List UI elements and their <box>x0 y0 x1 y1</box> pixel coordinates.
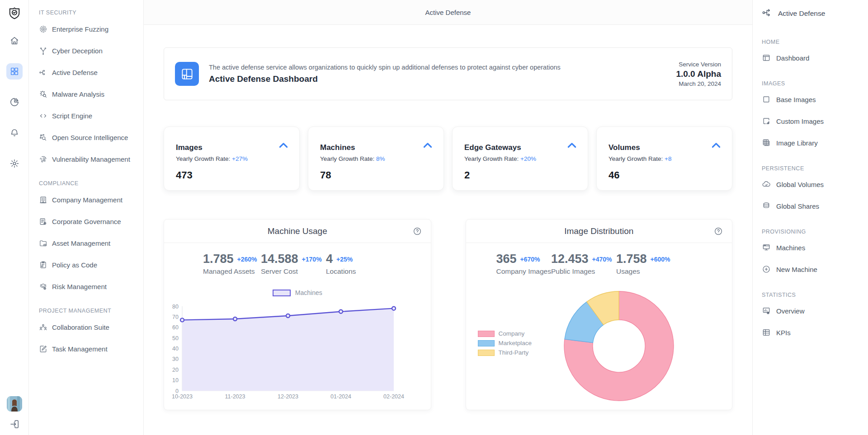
building-icon <box>39 196 47 204</box>
stat-card-edge-gateways[interactable]: Edge GatewaysYearly Growth Rate: +20%2 <box>452 126 588 191</box>
code-icon <box>39 112 47 120</box>
bug-icon <box>39 90 47 98</box>
sidebar-item-active-defense[interactable]: Active Defense <box>29 61 143 83</box>
logout-button[interactable] <box>9 419 20 430</box>
rightbar-item-custom-images[interactable]: Custom Images <box>762 110 868 132</box>
svg-text:11-2023: 11-2023 <box>225 393 245 400</box>
rail-item-home[interactable] <box>6 33 23 49</box>
gear-icon <box>9 159 19 168</box>
rightbar-item-kpis[interactable]: KPIs <box>762 322 868 343</box>
chart-stat-company-images: 365+670%Company Images <box>496 252 551 276</box>
help-icon[interactable] <box>714 227 723 238</box>
sidebar-item-collaboration-suite[interactable]: Collaboration Suite <box>29 316 143 338</box>
square-icon <box>762 95 771 104</box>
stat-card-volumes[interactable]: VolumesYearly Growth Rate: +846 <box>596 126 732 191</box>
sidebar-item-vulnerability-management[interactable]: Vulnerability Management <box>29 148 143 170</box>
rightbar-item-global-volumes[interactable]: Global Volumes <box>762 173 868 195</box>
branch-icon <box>39 47 47 55</box>
user-avatar[interactable] <box>7 396 22 412</box>
sidebar-item-company-management[interactable]: Company Management <box>29 189 143 210</box>
target-icon <box>39 25 47 33</box>
avatar-photo <box>7 396 22 412</box>
sidebar-item-cyber-deception[interactable]: Cyber Deception <box>29 40 143 61</box>
rail-item-bell[interactable] <box>6 125 23 141</box>
rightbar-item-dashboard[interactable]: Dashboard <box>762 47 868 69</box>
stat-value: 2 <box>464 169 577 181</box>
chart-stat-growth: +170% <box>302 256 322 263</box>
rail-item-apps[interactable] <box>6 63 23 80</box>
rightbar-item-global-shares[interactable]: Global Shares <box>762 195 868 217</box>
image-distribution-header: Image Distribution <box>466 220 732 243</box>
stat-card-images[interactable]: ImagesYearly Growth Rate: +27%473 <box>164 126 300 191</box>
sidebar-item-task-management[interactable]: Task Management <box>29 338 143 360</box>
legend-item-marketplace[interactable]: Marketplace <box>478 338 532 348</box>
charts-row: Machine Usage 1.785+260%Managed Assets14… <box>164 219 732 410</box>
rightbar-item-label: New Machine <box>776 266 817 273</box>
server-icon <box>762 243 771 252</box>
legend-item-third-party[interactable]: Third-Party <box>478 348 532 357</box>
rightbar-item-base-images[interactable]: Base Images <box>762 89 868 110</box>
topbar: Active Defense <box>144 0 752 25</box>
rightbar-item-machines[interactable]: Machines <box>762 237 868 258</box>
service-banner: The active defense service allows organi… <box>164 47 732 100</box>
gridstack-icon <box>762 138 771 147</box>
sidebar-item-enterprise-fuzzing[interactable]: Enterprise Fuzzing <box>29 18 143 40</box>
sidebar-section-2: PROJECT MANAGEMENTCollaboration SuiteTas… <box>29 305 143 360</box>
chart-stat-growth: +600% <box>651 256 670 263</box>
stat-growth-value: +27% <box>232 155 248 162</box>
rightbar-item-label: Overview <box>776 307 805 315</box>
collapse-chevron[interactable] <box>422 140 434 153</box>
banner-description: The active defense service allows organi… <box>209 64 676 71</box>
sidebar-item-policy-as-code[interactable]: Policy as Code <box>29 254 143 276</box>
question-icon <box>413 227 422 236</box>
chart-stat-growth: +260% <box>237 256 257 263</box>
collapse-chevron[interactable] <box>566 140 578 153</box>
rightbar-item-label: KPIs <box>776 329 791 337</box>
content-card: The active defense service allows organi… <box>144 25 752 435</box>
svg-text:40: 40 <box>172 346 179 352</box>
home-icon <box>9 36 19 46</box>
sidebar-item-label: Company Management <box>52 196 123 204</box>
sidebar-item-asset-management[interactable]: Asset Management <box>29 232 143 254</box>
chart-stat-value: 14.588 <box>261 252 298 266</box>
sidebar-item-risk-management[interactable]: Risk Management <box>29 276 143 297</box>
rightbar-item-label: Global Shares <box>776 202 819 210</box>
chart-stat-label: Company Images <box>496 267 551 276</box>
sidebar-section-title: COMPLIANCE <box>39 178 143 189</box>
sidebar-item-label: Open Source Intelligence <box>52 134 128 141</box>
legend-item-company[interactable]: Company <box>478 329 532 338</box>
svg-text:80: 80 <box>172 304 179 310</box>
help-icon[interactable] <box>413 227 422 238</box>
chart-stat-label: Managed Assets <box>203 267 261 276</box>
rightbar-item-overview[interactable]: Overview <box>762 300 868 322</box>
rail-item-gear[interactable] <box>6 155 23 172</box>
collapse-chevron[interactable] <box>278 140 289 153</box>
machine-usage-card: Machine Usage 1.785+260%Managed Assets14… <box>164 219 431 410</box>
rightbar-item-label: Base Images <box>776 96 816 103</box>
chart-stat-value: 4 <box>326 252 333 266</box>
sidebar-item-open-source-intelligence[interactable]: Open Source Intelligence <box>29 126 143 148</box>
stat-card-machines[interactable]: MachinesYearly Growth Rate: 8%78 <box>308 126 444 191</box>
sidebar-item-label: Script Engine <box>52 112 92 120</box>
svg-text:30: 30 <box>172 356 179 362</box>
squareplus-icon <box>762 117 771 126</box>
rightbar-item-new-machine[interactable]: New Machine <box>762 258 868 280</box>
donut-legend: CompanyMarketplaceThird-Party <box>478 329 532 357</box>
dashboard-icon <box>762 53 771 62</box>
app-logo[interactable] <box>6 5 23 22</box>
collapse-chevron[interactable] <box>710 140 722 153</box>
sidebar-item-malware-analysis[interactable]: Malware Analysis <box>29 83 143 105</box>
rail-item-pie[interactable] <box>6 94 23 110</box>
rightbar-item-image-library[interactable]: Image Library <box>762 132 868 154</box>
stat-growth-value: 8% <box>376 155 385 162</box>
sidebar-item-script-engine[interactable]: Script Engine <box>29 105 143 126</box>
banner-text: The active defense service allows organi… <box>209 64 676 84</box>
sidebar-item-label: Enterprise Fuzzing <box>52 25 108 33</box>
line-legend[interactable]: Machines <box>164 289 431 296</box>
main-area: Active Defense The active defense servic… <box>144 0 752 435</box>
sidebar-item-corporate-governance[interactable]: Corporate Governance <box>29 210 143 232</box>
layers-icon <box>39 282 47 291</box>
sidebar-item-label: Corporate Governance <box>52 218 121 225</box>
machine-usage-title: Machine Usage <box>268 226 327 236</box>
apps-icon <box>9 66 19 76</box>
